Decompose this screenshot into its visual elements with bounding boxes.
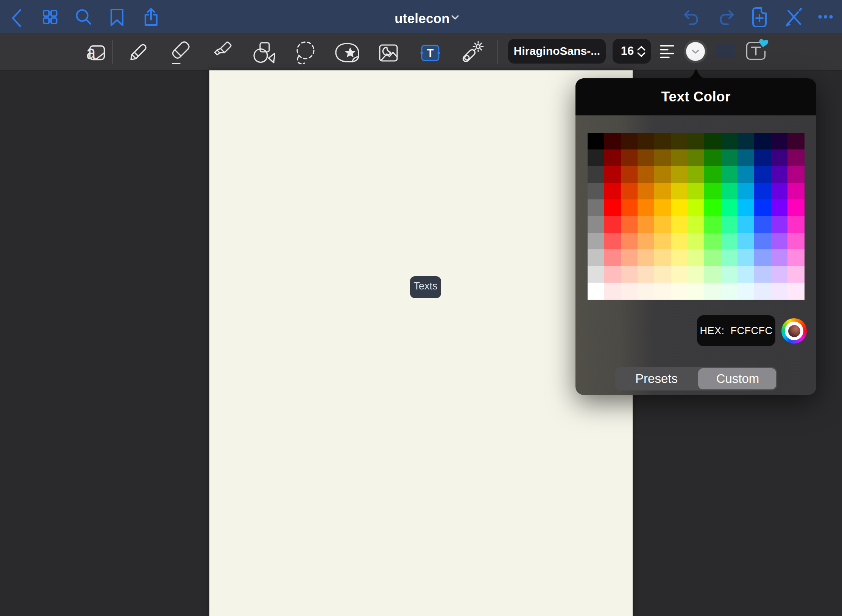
svg-text:T: T — [427, 47, 434, 59]
svg-text:a: a — [86, 41, 96, 63]
